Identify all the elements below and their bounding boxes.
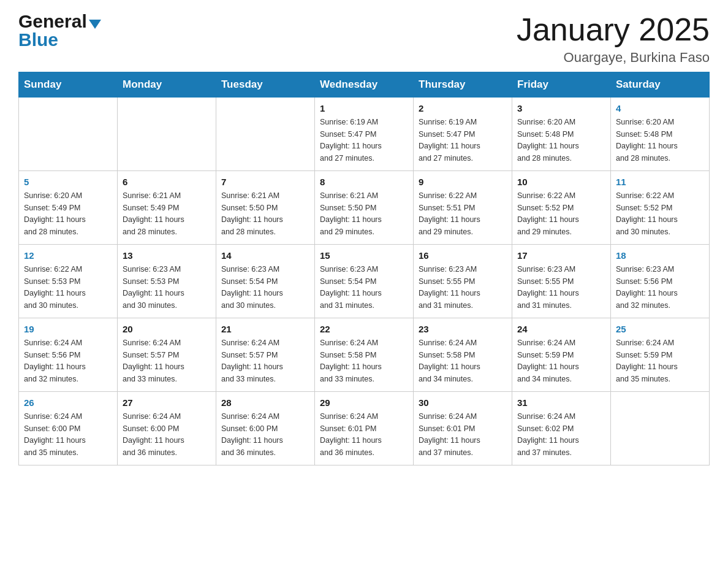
day-info: Sunrise: 6:24 AM Sunset: 5:59 PM Dayligh… <box>616 337 704 385</box>
header-monday: Monday <box>118 72 216 98</box>
day-info: Sunrise: 6:21 AM Sunset: 5:50 PM Dayligh… <box>320 190 408 238</box>
calendar-cell: 16Sunrise: 6:23 AM Sunset: 5:55 PM Dayli… <box>414 245 512 318</box>
logo-arrow-icon <box>89 20 101 29</box>
day-number: 17 <box>517 248 605 262</box>
calendar-week-2: 5Sunrise: 6:20 AM Sunset: 5:49 PM Daylig… <box>19 171 710 245</box>
day-info: Sunrise: 6:24 AM Sunset: 6:01 PM Dayligh… <box>419 411 507 459</box>
day-number: 28 <box>221 396 309 410</box>
day-info: Sunrise: 6:23 AM Sunset: 5:54 PM Dayligh… <box>320 264 408 312</box>
title-block: January 2025 Ouargaye, Burkina Faso <box>517 12 710 66</box>
calendar-cell: 17Sunrise: 6:23 AM Sunset: 5:55 PM Dayli… <box>512 245 611 318</box>
calendar-cell <box>118 98 216 171</box>
calendar-cell: 27Sunrise: 6:24 AM Sunset: 6:00 PM Dayli… <box>118 392 216 465</box>
calendar-subtitle: Ouargaye, Burkina Faso <box>517 50 710 66</box>
header-saturday: Saturday <box>611 72 710 98</box>
calendar-cell <box>611 392 710 465</box>
day-number: 2 <box>419 101 507 115</box>
calendar-cell: 15Sunrise: 6:23 AM Sunset: 5:54 PM Dayli… <box>315 245 414 318</box>
day-number: 8 <box>320 175 408 189</box>
day-info: Sunrise: 6:22 AM Sunset: 5:53 PM Dayligh… <box>24 264 112 312</box>
calendar-week-1: 1Sunrise: 6:19 AM Sunset: 5:47 PM Daylig… <box>19 98 710 171</box>
day-info: Sunrise: 6:23 AM Sunset: 5:55 PM Dayligh… <box>419 264 507 312</box>
calendar-cell: 13Sunrise: 6:23 AM Sunset: 5:53 PM Dayli… <box>118 245 216 318</box>
day-info: Sunrise: 6:24 AM Sunset: 6:00 PM Dayligh… <box>221 411 309 459</box>
calendar-cell: 19Sunrise: 6:24 AM Sunset: 5:56 PM Dayli… <box>19 318 118 392</box>
day-info: Sunrise: 6:24 AM Sunset: 5:58 PM Dayligh… <box>419 337 507 385</box>
calendar-cell: 22Sunrise: 6:24 AM Sunset: 5:58 PM Dayli… <box>315 318 414 392</box>
day-number: 23 <box>419 322 507 336</box>
day-number: 22 <box>320 322 408 336</box>
calendar-cell: 23Sunrise: 6:24 AM Sunset: 5:58 PM Dayli… <box>414 318 512 392</box>
header-friday: Friday <box>512 72 611 98</box>
day-info: Sunrise: 6:21 AM Sunset: 5:50 PM Dayligh… <box>221 190 309 238</box>
calendar-cell: 3Sunrise: 6:20 AM Sunset: 5:48 PM Daylig… <box>512 98 611 171</box>
calendar-cell: 12Sunrise: 6:22 AM Sunset: 5:53 PM Dayli… <box>19 245 118 318</box>
day-info: Sunrise: 6:19 AM Sunset: 5:47 PM Dayligh… <box>320 117 408 164</box>
logo: General Blue <box>18 12 101 49</box>
calendar-table: SundayMondayTuesdayWednesdayThursdayFrid… <box>18 72 710 465</box>
day-info: Sunrise: 6:21 AM Sunset: 5:49 PM Dayligh… <box>123 190 211 238</box>
calendar-cell: 26Sunrise: 6:24 AM Sunset: 6:00 PM Dayli… <box>19 392 118 465</box>
day-number: 20 <box>123 322 211 336</box>
calendar-week-4: 19Sunrise: 6:24 AM Sunset: 5:56 PM Dayli… <box>19 318 710 392</box>
calendar-week-5: 26Sunrise: 6:24 AM Sunset: 6:00 PM Dayli… <box>19 392 710 465</box>
day-info: Sunrise: 6:23 AM Sunset: 5:54 PM Dayligh… <box>221 264 309 312</box>
day-number: 11 <box>616 175 704 189</box>
day-info: Sunrise: 6:24 AM Sunset: 6:01 PM Dayligh… <box>320 411 408 459</box>
calendar-cell: 1Sunrise: 6:19 AM Sunset: 5:47 PM Daylig… <box>315 98 414 171</box>
calendar-week-3: 12Sunrise: 6:22 AM Sunset: 5:53 PM Dayli… <box>19 245 710 318</box>
header-sunday: Sunday <box>19 72 118 98</box>
calendar-cell: 9Sunrise: 6:22 AM Sunset: 5:51 PM Daylig… <box>414 171 512 245</box>
day-info: Sunrise: 6:23 AM Sunset: 5:56 PM Dayligh… <box>616 264 704 312</box>
calendar-cell: 31Sunrise: 6:24 AM Sunset: 6:02 PM Dayli… <box>512 392 611 465</box>
calendar-cell: 29Sunrise: 6:24 AM Sunset: 6:01 PM Dayli… <box>315 392 414 465</box>
calendar-cell: 7Sunrise: 6:21 AM Sunset: 5:50 PM Daylig… <box>216 171 315 245</box>
header-wednesday: Wednesday <box>315 72 414 98</box>
day-info: Sunrise: 6:24 AM Sunset: 5:59 PM Dayligh… <box>517 337 605 385</box>
day-number: 30 <box>419 396 507 410</box>
calendar-cell: 21Sunrise: 6:24 AM Sunset: 5:57 PM Dayli… <box>216 318 315 392</box>
logo-blue: Blue <box>18 31 58 49</box>
day-info: Sunrise: 6:23 AM Sunset: 5:53 PM Dayligh… <box>123 264 211 312</box>
calendar-cell: 2Sunrise: 6:19 AM Sunset: 5:47 PM Daylig… <box>414 98 512 171</box>
day-info: Sunrise: 6:24 AM Sunset: 6:02 PM Dayligh… <box>517 411 605 459</box>
calendar-cell: 5Sunrise: 6:20 AM Sunset: 5:49 PM Daylig… <box>19 171 118 245</box>
day-number: 21 <box>221 322 309 336</box>
day-number: 19 <box>24 322 112 336</box>
day-number: 26 <box>24 396 112 410</box>
day-info: Sunrise: 6:22 AM Sunset: 5:52 PM Dayligh… <box>517 190 605 238</box>
day-info: Sunrise: 6:24 AM Sunset: 5:58 PM Dayligh… <box>320 337 408 385</box>
calendar-title: January 2025 <box>517 12 710 47</box>
calendar-cell: 30Sunrise: 6:24 AM Sunset: 6:01 PM Dayli… <box>414 392 512 465</box>
day-info: Sunrise: 6:24 AM Sunset: 5:56 PM Dayligh… <box>24 337 112 385</box>
calendar-cell: 6Sunrise: 6:21 AM Sunset: 5:49 PM Daylig… <box>118 171 216 245</box>
calendar-cell <box>19 98 118 171</box>
day-number: 31 <box>517 396 605 410</box>
day-info: Sunrise: 6:22 AM Sunset: 5:51 PM Dayligh… <box>419 190 507 238</box>
logo-general: General <box>18 12 87 31</box>
day-number: 18 <box>616 248 704 262</box>
calendar-cell: 24Sunrise: 6:24 AM Sunset: 5:59 PM Dayli… <box>512 318 611 392</box>
calendar-cell: 18Sunrise: 6:23 AM Sunset: 5:56 PM Dayli… <box>611 245 710 318</box>
day-number: 6 <box>123 175 211 189</box>
calendar-cell <box>216 98 315 171</box>
day-number: 12 <box>24 248 112 262</box>
calendar-cell: 11Sunrise: 6:22 AM Sunset: 5:52 PM Dayli… <box>611 171 710 245</box>
day-number: 13 <box>123 248 211 262</box>
day-info: Sunrise: 6:22 AM Sunset: 5:52 PM Dayligh… <box>616 190 704 238</box>
header-tuesday: Tuesday <box>216 72 315 98</box>
day-info: Sunrise: 6:23 AM Sunset: 5:55 PM Dayligh… <box>517 264 605 312</box>
calendar-header-row: SundayMondayTuesdayWednesdayThursdayFrid… <box>19 72 710 98</box>
day-number: 24 <box>517 322 605 336</box>
calendar-cell: 10Sunrise: 6:22 AM Sunset: 5:52 PM Dayli… <box>512 171 611 245</box>
day-number: 1 <box>320 101 408 115</box>
day-info: Sunrise: 6:24 AM Sunset: 6:00 PM Dayligh… <box>123 411 211 459</box>
day-number: 10 <box>517 175 605 189</box>
day-number: 16 <box>419 248 507 262</box>
day-number: 15 <box>320 248 408 262</box>
calendar-cell: 28Sunrise: 6:24 AM Sunset: 6:00 PM Dayli… <box>216 392 315 465</box>
page-header: General Blue January 2025 Ouargaye, Burk… <box>18 12 710 66</box>
day-info: Sunrise: 6:19 AM Sunset: 5:47 PM Dayligh… <box>419 117 507 164</box>
calendar-cell: 20Sunrise: 6:24 AM Sunset: 5:57 PM Dayli… <box>118 318 216 392</box>
header-thursday: Thursday <box>414 72 512 98</box>
